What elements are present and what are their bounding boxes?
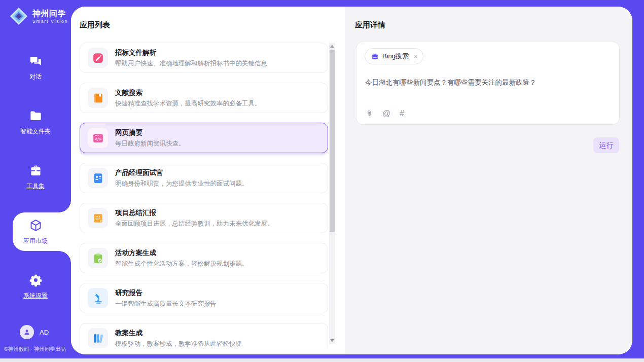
sidebar-item-gear[interactable]: 系统设置 bbox=[0, 259, 71, 314]
user-row: AD bbox=[20, 325, 49, 339]
app-item-description: 快速精准查找学术资源，提高研究效率的必备工具。 bbox=[115, 99, 261, 108]
app-list-item[interactable]: 活动方案生成 智能生成个性化活动方案，轻松解决规划难题。 bbox=[80, 243, 328, 273]
app-frame: 神州问学 Smart Vision 对话 智能文件夹 工具集 应用市场 bbox=[0, 0, 644, 358]
tool-chip-bing-search: Bing搜索 × bbox=[365, 48, 423, 64]
sidebar-item-cube[interactable]: 应用市场 bbox=[0, 204, 71, 259]
hash-icon[interactable]: # bbox=[400, 110, 404, 118]
app-list-item[interactable]: 研究报告 一键智能生成高质量长文本研究报告 bbox=[80, 283, 328, 313]
at-icon[interactable]: @ bbox=[382, 110, 390, 118]
app-icon-tile bbox=[88, 208, 108, 228]
app-item-title: 教案生成 bbox=[115, 329, 242, 338]
app-item-description: 一键智能生成高质量长文本研究报告 bbox=[115, 300, 217, 308]
app-icon-tile bbox=[88, 48, 108, 68]
app-list: 招标文件解析 帮助用户快速、准确地理解和解析招标书中的关键信息 文献搜索 快速精… bbox=[80, 43, 328, 348]
tool-chip-label: Bing搜索 bbox=[382, 52, 409, 61]
close-icon[interactable]: × bbox=[414, 53, 418, 60]
folder-icon bbox=[29, 109, 43, 123]
paperclip-icon[interactable] bbox=[365, 110, 373, 118]
input-toolbar: @# bbox=[365, 110, 404, 118]
app-icon-tile bbox=[88, 288, 108, 308]
sidebar-item-label: 对话 bbox=[29, 73, 42, 81]
app-list-title: 应用列表 bbox=[80, 20, 110, 30]
app-item-description: 明确身份和职责，为您提供专业性的面试问题。 bbox=[115, 179, 248, 188]
app-item-description: 每日政府新闻资讯快查。 bbox=[115, 139, 185, 148]
app-icon-tile: </> bbox=[88, 128, 108, 148]
sidebar-item-label: 应用市场 bbox=[23, 237, 48, 245]
sidebar-nav: 对话 智能文件夹 工具集 应用市场 系统设置 bbox=[0, 40, 71, 314]
app-list-item[interactable]: 产品经理面试官 明确身份和职责，为您提供专业性的面试问题。 bbox=[80, 163, 328, 193]
scrollbar-down-arrow-icon[interactable] bbox=[330, 339, 334, 342]
sidebar-item-label: 智能文件夹 bbox=[20, 127, 51, 136]
app-item-description: 帮助用户快速、准确地理解和解析招标书中的关键信息 bbox=[115, 59, 267, 68]
app-detail-title: 应用详情 bbox=[355, 20, 385, 30]
browser-code-icon: </> bbox=[92, 132, 104, 144]
app-item-title: 活动方案生成 bbox=[115, 248, 248, 258]
sidebar-item-chat[interactable]: 对话 bbox=[0, 40, 71, 95]
query-input-card: Bing搜索 × 今日湖北有哪些新闻要点？有哪些需要关注的最新政策？ @# bbox=[356, 42, 620, 125]
app-icon-tile bbox=[88, 328, 108, 348]
app-list-panel: 应用列表 招标文件解析 帮助用户快速、准确地理解和解析招标书中的关键信息 文献搜… bbox=[71, 7, 345, 354]
gear-icon bbox=[29, 273, 43, 287]
brand-name: 神州问学 bbox=[32, 9, 68, 18]
avatar-person-icon bbox=[23, 328, 31, 336]
active-item-curve-bottom bbox=[59, 251, 71, 263]
app-icon-tile bbox=[88, 248, 108, 268]
sidebar-item-label: 工具集 bbox=[26, 182, 45, 191]
app-list-item[interactable]: 项目总结汇报 全面回顾项目进展，总结经验教训，助力未来优化发展。 bbox=[80, 203, 328, 233]
app-item-description: 智能生成个性化活动方案，轻松解决规划难题。 bbox=[115, 260, 248, 268]
book-icon bbox=[92, 92, 104, 104]
app-list-item[interactable]: 文献搜索 快速精准查找学术资源，提高研究效率的必备工具。 bbox=[80, 83, 328, 113]
chat-icon bbox=[29, 54, 43, 68]
sidebar: 神州问学 Smart Vision 对话 智能文件夹 工具集 应用市场 bbox=[0, 0, 71, 358]
copyright-text: ©神州数码 · 神州问学出品 bbox=[4, 346, 66, 353]
scrollbar-up-arrow-icon[interactable] bbox=[330, 45, 334, 48]
app-item-title: 产品经理面试官 bbox=[115, 168, 248, 177]
sidebar-item-label: 系统设置 bbox=[23, 292, 48, 300]
main-content: 应用列表 招标文件解析 帮助用户快速、准确地理解和解析招标书中的关键信息 文献搜… bbox=[71, 7, 632, 354]
app-item-title: 项目总结汇报 bbox=[115, 208, 274, 218]
document-edit-icon bbox=[92, 52, 104, 64]
scrollbar-thumb[interactable] bbox=[330, 50, 335, 232]
app-icon-tile bbox=[88, 88, 108, 108]
app-item-description: 全面回顾项目进展，总结经验教训，助力未来优化发展。 bbox=[115, 220, 274, 228]
run-button[interactable]: 运行 bbox=[593, 137, 619, 153]
clipboard-check-icon bbox=[92, 252, 104, 265]
sidebar-item-toolbox[interactable]: 工具集 bbox=[0, 150, 71, 204]
user-avatar[interactable] bbox=[20, 325, 34, 339]
svg-text:</>: </> bbox=[94, 137, 101, 141]
brand-subtitle: Smart Vision bbox=[32, 19, 68, 24]
app-list-item[interactable]: 招标文件解析 帮助用户快速、准确地理解和解析招标书中的关键信息 bbox=[80, 43, 328, 73]
note-icon bbox=[92, 212, 104, 225]
briefcase-icon bbox=[371, 53, 379, 60]
microscope-icon bbox=[92, 292, 104, 305]
app-item-title: 研究报告 bbox=[115, 288, 217, 298]
app-item-description: 模板驱动，教案秒成，教学准备从此轻松快捷 bbox=[115, 340, 242, 348]
app-list-item[interactable]: 教案生成 模板驱动，教案秒成，教学准备从此轻松快捷 bbox=[80, 323, 328, 348]
app-icon-tile bbox=[88, 168, 108, 188]
query-text: 今日湖北有哪些新闻要点？有哪些需要关注的最新政策？ bbox=[365, 78, 611, 88]
app-item-title: 网页摘要 bbox=[115, 128, 185, 137]
sidebar-item-folder[interactable]: 智能文件夹 bbox=[0, 95, 71, 150]
app-detail-panel: 应用详情 Bing搜索 × 今日湖北有哪些新闻要点？有哪些需要关注的最新政策？ … bbox=[345, 7, 632, 354]
app-item-title: 文献搜索 bbox=[115, 88, 261, 97]
diamond-logo-icon bbox=[9, 7, 28, 26]
app-list-item[interactable]: </> 网页摘要 每日政府新闻资讯快查。 bbox=[80, 123, 328, 153]
brand-logo: 神州问学 Smart Vision bbox=[9, 7, 68, 26]
resume-person-icon bbox=[92, 172, 104, 185]
cube-icon bbox=[29, 219, 43, 232]
active-item-curve-top bbox=[59, 200, 71, 212]
user-label: AD bbox=[40, 329, 49, 336]
toolbox-icon bbox=[29, 164, 43, 177]
scrollbar-track[interactable] bbox=[329, 43, 335, 344]
app-item-title: 招标文件解析 bbox=[115, 48, 267, 57]
books-icon bbox=[92, 332, 104, 345]
